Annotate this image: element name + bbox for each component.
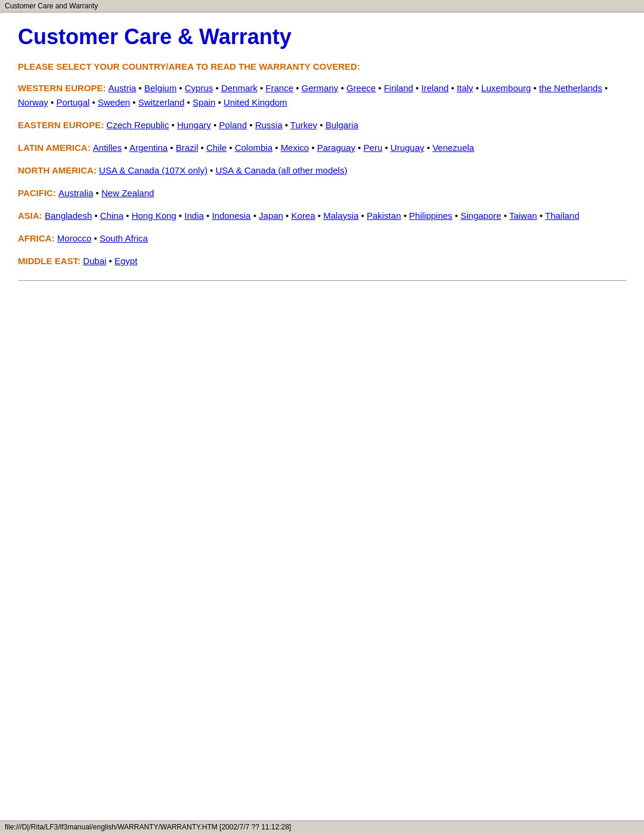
country-link-spain[interactable]: Spain (193, 97, 215, 107)
country-link-turkey[interactable]: Turkey (290, 120, 317, 130)
region-eastern-europe: EASTERN EUROPE: Czech Republic • Hungary… (18, 118, 626, 132)
country-link-south-africa[interactable]: South Africa (100, 233, 148, 243)
country-link-bangladesh[interactable]: Bangladesh (45, 210, 92, 221)
country-link-the-netherlands[interactable]: the Netherlands (539, 83, 602, 93)
region-pacific: PACIFIC: Australia • New Zealand (18, 186, 626, 200)
country-link-morocco[interactable]: Morocco (57, 233, 92, 243)
country-link-mexico[interactable]: Mexico (281, 143, 309, 153)
country-link-thailand[interactable]: Thailand (545, 210, 580, 221)
country-link-hungary[interactable]: Hungary (177, 120, 211, 130)
country-link-finland[interactable]: Finland (384, 83, 413, 93)
region-label-asia: ASIA: (18, 210, 45, 221)
country-link-chile[interactable]: Chile (206, 143, 227, 153)
country-link-ireland[interactable]: Ireland (421, 83, 448, 93)
country-link-denmark[interactable]: Denmark (221, 83, 258, 93)
country-link-china[interactable]: China (100, 210, 123, 221)
country-link-italy[interactable]: Italy (457, 83, 473, 93)
country-link-colombia[interactable]: Colombia (235, 143, 273, 153)
country-link-philippines[interactable]: Philippines (409, 210, 453, 221)
region-label-latin-america: LATIN AMERICA: (18, 143, 93, 153)
country-link-france[interactable]: France (265, 83, 293, 93)
country-link-uruguay[interactable]: Uruguay (391, 143, 425, 153)
country-link-korea[interactable]: Korea (292, 210, 315, 221)
country-link-paraguay[interactable]: Paraguay (317, 143, 355, 153)
country-link-bulgaria[interactable]: Bulgaria (326, 120, 358, 130)
country-link-luxembourg[interactable]: Luxembourg (481, 83, 531, 93)
tab-bar: Customer Care and Warranty (0, 0, 644, 13)
region-label-western-europe: WESTERN EUROPE: (18, 83, 109, 93)
country-link-argentina[interactable]: Argentina (129, 143, 168, 153)
region-label-pacific: PACIFIC: (18, 188, 58, 198)
country-link-india[interactable]: India (184, 210, 204, 221)
region-label-africa: AFRICA: (18, 233, 57, 243)
country-link-japan[interactable]: Japan (259, 210, 283, 221)
region-label-eastern-europe: EASTERN EUROPE: (18, 120, 106, 130)
instruction-text: PLEASE SELECT YOUR COUNTRY/AREA TO READ … (18, 61, 626, 72)
country-link-egypt[interactable]: Egypt (114, 256, 137, 266)
page-heading: Customer Care & Warranty (18, 24, 626, 49)
region-label-middle-east: MIDDLE EAST: (18, 256, 83, 266)
country-link-portugal[interactable]: Portugal (56, 97, 89, 107)
country-link-australia[interactable]: Australia (58, 188, 93, 198)
country-link-usa-&-canada-all-other-models[interactable]: USA & Canada (all other models) (215, 165, 347, 175)
country-link-venezuela[interactable]: Venezuela (432, 143, 474, 153)
country-link-antilles[interactable]: Antilles (93, 143, 122, 153)
country-link-united-kingdom[interactable]: United Kingdom (224, 97, 287, 107)
region-label-north-america: NORTH AMERICA: (18, 165, 99, 175)
country-link-czech-republic[interactable]: Czech Republic (106, 120, 169, 130)
region-africa: AFRICA: Morocco • South Africa (18, 231, 626, 246)
country-link-malaysia[interactable]: Malaysia (323, 210, 358, 221)
status-bar: file:///D|/Rita/LF3/lf3manual/english/WA… (0, 820, 644, 833)
country-link-hong-kong[interactable]: Hong Kong (132, 210, 177, 221)
country-link-singapore[interactable]: Singapore (460, 210, 501, 221)
country-link-switzerland[interactable]: Switzerland (138, 97, 185, 107)
country-link-sweden[interactable]: Sweden (98, 97, 130, 107)
regions-container: WESTERN EUROPE: Austria • Belgium • Cypr… (18, 81, 626, 268)
country-link-pakistan[interactable]: Pakistan (367, 210, 401, 221)
country-link-new-zealand[interactable]: New Zealand (101, 188, 154, 198)
separator (18, 280, 626, 281)
country-link-greece[interactable]: Greece (346, 83, 376, 93)
country-link-taiwan[interactable]: Taiwan (509, 210, 537, 221)
region-asia: ASIA: Bangladesh • China • Hong Kong • I… (18, 209, 626, 223)
country-link-belgium[interactable]: Belgium (144, 83, 177, 93)
region-north-america: NORTH AMERICA: USA & Canada (107X only) … (18, 163, 626, 178)
country-link-russia[interactable]: Russia (255, 120, 283, 130)
region-western-europe: WESTERN EUROPE: Austria • Belgium • Cypr… (18, 81, 626, 110)
country-link-norway[interactable]: Norway (18, 97, 48, 107)
country-link-cyprus[interactable]: Cyprus (185, 83, 213, 93)
country-link-brazil[interactable]: Brazil (176, 143, 199, 153)
country-link-germany[interactable]: Germany (302, 83, 339, 93)
main-content: Customer Care & Warranty PLEASE SELECT Y… (0, 13, 644, 340)
country-link-dubai[interactable]: Dubai (83, 256, 106, 266)
tab-title: Customer Care and Warranty (5, 2, 98, 10)
country-link-poland[interactable]: Poland (219, 120, 247, 130)
country-link-peru[interactable]: Peru (364, 143, 383, 153)
country-link-austria[interactable]: Austria (109, 83, 137, 93)
region-middle-east: MIDDLE EAST: Dubai • Egypt (18, 254, 626, 268)
region-latin-america: LATIN AMERICA: Antilles • Argentina • Br… (18, 141, 626, 155)
status-text: file:///D|/Rita/LF3/lf3manual/english/WA… (5, 823, 291, 831)
country-link-indonesia[interactable]: Indonesia (212, 210, 250, 221)
country-link-usa-&-canada-107x-only[interactable]: USA & Canada (107X only) (99, 165, 208, 175)
